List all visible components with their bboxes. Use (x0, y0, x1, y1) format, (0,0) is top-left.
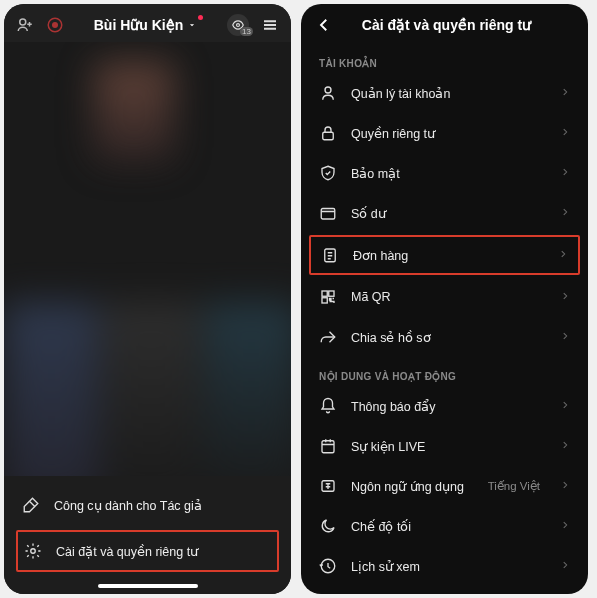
section-content-label: NỘI DUNG VÀ HOẠT ĐỘNG (301, 357, 588, 386)
svg-rect-9 (322, 291, 327, 296)
svg-point-2 (52, 22, 58, 28)
profile-menu-sheet: Công cụ dành cho Tác giả Cài đặt và quyề… (4, 476, 291, 594)
badge-count: 13 (240, 27, 253, 36)
settings-screen: Cài đặt và quyền riêng tư TÀI KHOẢN Quản… (301, 4, 588, 594)
row-label: Chế độ tối (351, 519, 546, 534)
person-icon (319, 84, 337, 102)
row-security[interactable]: Bảo mật (301, 153, 588, 193)
row-push-notifications[interactable]: Thông báo đẩy (301, 386, 588, 426)
row-live-events[interactable]: Sự kiện LIVE (301, 426, 588, 466)
qr-icon (319, 288, 337, 306)
bell-icon (319, 397, 337, 415)
chevron-right-icon (560, 206, 570, 220)
settings-header: Cài đặt và quyền riêng tư (301, 4, 588, 44)
svg-rect-6 (323, 132, 334, 140)
row-label: Ngôn ngữ ứng dụng (351, 479, 474, 494)
row-orders[interactable]: Đơn hàng (309, 235, 580, 275)
row-label: Quản lý tài khoản (351, 86, 546, 101)
row-privacy[interactable]: Quyền riêng tư (301, 113, 588, 153)
wallet-icon (319, 204, 337, 222)
chevron-right-icon (560, 519, 570, 533)
chevron-right-icon (560, 399, 570, 413)
add-user-icon[interactable] (16, 16, 34, 34)
moon-icon (319, 517, 337, 535)
calendar-icon (319, 437, 337, 455)
row-share-profile[interactable]: Chia sẻ hồ sơ (301, 317, 588, 357)
row-label: Chia sẻ hồ sơ (351, 330, 546, 345)
home-indicator[interactable] (98, 584, 198, 588)
username-label: Bùi Hữu Kiện (94, 17, 184, 33)
row-label: Quyền riêng tư (351, 126, 546, 141)
menu-settings-privacy[interactable]: Cài đặt và quyền riêng tư (16, 530, 279, 572)
svg-rect-11 (322, 298, 327, 303)
chevron-right-icon (560, 86, 570, 100)
row-value: Tiếng Việt (488, 479, 540, 493)
username-dropdown[interactable]: Bùi Hữu Kiện (94, 17, 198, 33)
row-label: Đơn hàng (353, 248, 544, 263)
profile-body-blurred (4, 42, 291, 476)
lock-icon (319, 124, 337, 142)
menu-creator-tools[interactable]: Công cụ dành cho Tác giả (4, 484, 291, 526)
row-content-preferences[interactable]: Tùy chọn nội dung (301, 586, 588, 594)
shield-icon (319, 164, 337, 182)
svg-point-0 (20, 19, 26, 25)
menu-label: Công cụ dành cho Tác giả (54, 498, 202, 513)
chevron-right-icon (560, 166, 570, 180)
language-icon (319, 477, 337, 495)
record-icon[interactable] (46, 16, 64, 34)
orders-icon (321, 246, 339, 264)
svg-rect-7 (321, 209, 335, 220)
row-label: Thông báo đẩy (351, 399, 546, 414)
chevron-right-icon (560, 290, 570, 304)
row-label: Bảo mật (351, 166, 546, 181)
chevron-right-icon (560, 330, 570, 344)
notification-dot (198, 15, 203, 20)
row-watch-history[interactable]: Lịch sử xem (301, 546, 588, 586)
views-badge[interactable]: 13 (227, 14, 249, 36)
svg-point-3 (237, 24, 240, 27)
row-balance[interactable]: Số dư (301, 193, 588, 233)
chevron-right-icon (560, 479, 570, 493)
page-title: Cài đặt và quyền riêng tư (319, 17, 574, 33)
share-icon (319, 328, 337, 346)
row-qr-code[interactable]: Mã QR (301, 277, 588, 317)
row-app-language[interactable]: Ngôn ngữ ứng dụng Tiếng Việt (301, 466, 588, 506)
gear-icon (24, 542, 42, 560)
chevron-right-icon (558, 248, 568, 262)
creator-tools-icon (22, 496, 40, 514)
row-label: Mã QR (351, 290, 546, 304)
profile-header: Bùi Hữu Kiện 13 (4, 4, 291, 42)
row-dark-mode[interactable]: Chế độ tối (301, 506, 588, 546)
row-manage-account[interactable]: Quản lý tài khoản (301, 73, 588, 113)
row-label: Lịch sử xem (351, 559, 546, 574)
chevron-right-icon (560, 126, 570, 140)
svg-point-5 (325, 87, 331, 93)
menu-label: Cài đặt và quyền riêng tư (56, 544, 198, 559)
chevron-right-icon (560, 439, 570, 453)
svg-rect-10 (329, 291, 334, 296)
history-icon (319, 557, 337, 575)
svg-point-4 (31, 549, 36, 554)
menu-icon[interactable] (261, 16, 279, 34)
chevron-right-icon (560, 559, 570, 573)
profile-screen: Bùi Hữu Kiện 13 Công cụ dành ch (4, 4, 291, 594)
row-label: Sự kiện LIVE (351, 439, 546, 454)
section-account-label: TÀI KHOẢN (301, 44, 588, 73)
row-label: Số dư (351, 206, 546, 221)
svg-rect-12 (322, 441, 334, 453)
